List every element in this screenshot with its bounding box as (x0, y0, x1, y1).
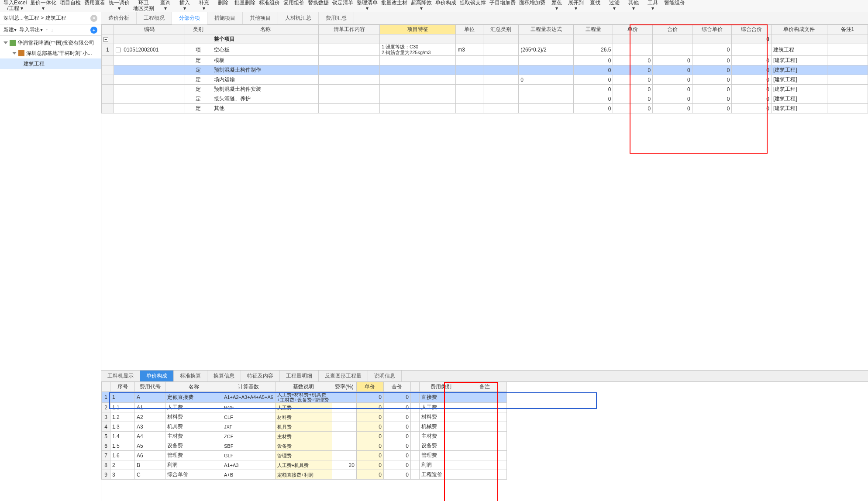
col-header[interactable]: 备注1 (827, 25, 868, 34)
tree-node-building[interactable]: 建筑工程 (0, 58, 101, 69)
toolbar-button[interactable]: 工具▾ (643, 0, 662, 11)
close-icon[interactable]: ✕ (90, 15, 97, 22)
col-header[interactable]: 类别 (185, 25, 212, 34)
bcol-header[interactable]: 基数说明 (275, 382, 332, 392)
toolbar-button[interactable]: 整理清单▾ (355, 0, 379, 11)
col-header[interactable]: 单价 (613, 25, 653, 34)
main-grid[interactable]: 编码类别名称清单工作内容项目特征单位汇总类别工程量表达式工程量单价合价综合单价综… (101, 24, 868, 113)
bottom-tab-6[interactable]: 反查图形工程量 (319, 371, 368, 381)
table-row[interactable]: 定其他00000[建筑工程] (102, 104, 868, 113)
cost-row[interactable]: 71.6A6管理费GLF管理费00管理费 (102, 451, 507, 460)
bottom-tab-7[interactable]: 说明信息 (368, 371, 402, 381)
table-row[interactable]: 定场内运输000000[建筑工程] (102, 75, 868, 85)
import-export-button[interactable]: 导入导出▾ (19, 26, 43, 34)
breadcrumb[interactable]: 深圳总...包工程 > 建筑工程 (3, 14, 66, 22)
cost-row[interactable]: 51.4A4主材费ZCF主材费00主材费 (102, 432, 507, 441)
bcol-header[interactable] (410, 382, 419, 392)
table-row[interactable]: 1− 010512002001项空心板1.强度等级：C302.钢筋含量为225k… (102, 44, 868, 56)
cost-row[interactable]: 31.2A2材料费CLF材料费00材料费 (102, 412, 507, 422)
tab-5[interactable]: 人材机汇总 (278, 12, 319, 24)
cost-row[interactable]: 61.5A5设备费SBF设备费00设备费 (102, 441, 507, 451)
col-header[interactable]: 合价 (653, 25, 692, 34)
col-header[interactable]: 综合单价 (692, 25, 732, 34)
cost-row[interactable]: 41.3A3机具费JXF机具费00机械费 (102, 422, 507, 432)
bcol-header[interactable]: 费用类别 (419, 382, 463, 392)
tree-node-base[interactable]: 深圳总部基地"干杯时刻"小... (0, 48, 101, 58)
toolbar-button[interactable]: 单价构成 (434, 0, 458, 11)
toolbar-button[interactable]: 项目自检 (58, 0, 83, 11)
cost-row[interactable]: 11A定额直接费A1+A2+A3+A4+A5+A6人工费+材料费+机具费+主材费… (102, 392, 507, 403)
tab-3[interactable]: 措施项目 (207, 12, 243, 24)
tab-0[interactable]: 造价分析 (101, 12, 137, 24)
bottom-tab-4[interactable]: 特征及内容 (241, 371, 280, 381)
toolbar-button[interactable]: 查找 (586, 0, 605, 11)
down-arrow-icon[interactable]: ↓ (51, 27, 53, 33)
tab-2[interactable]: 分部分项 (172, 12, 207, 24)
toolbar-button[interactable]: 统一调价▾ (107, 0, 131, 11)
toolbar-button[interactable]: 量价一体化▾ (28, 0, 58, 11)
bcol-header[interactable]: 费率(%) (332, 382, 356, 392)
col-header[interactable]: 项目特征 (379, 25, 455, 34)
toolbar-button[interactable]: 过滤▾ (605, 0, 624, 11)
tab-6[interactable]: 费用汇总 (319, 12, 354, 24)
toolbar-button[interactable]: 费用查看 (83, 0, 107, 11)
bcol-header[interactable]: 序号 (110, 382, 135, 392)
bcol-header[interactable]: 单价 (356, 382, 383, 392)
toolbar-button[interactable]: 补充▾ (194, 0, 214, 11)
bcol-header[interactable]: 名称 (165, 382, 222, 392)
col-header[interactable]: 单价构成文件 (772, 25, 827, 34)
toolbar-button[interactable]: 批量删除 (233, 0, 257, 11)
col-header[interactable]: 单位 (456, 25, 483, 34)
toolbar-button[interactable]: 环卫地区类别 (131, 0, 156, 11)
new-button[interactable]: 新建▾ (3, 26, 17, 34)
table-row[interactable]: 定模板00000[建筑工程] (102, 56, 868, 65)
bcol-header[interactable] (102, 382, 110, 392)
toolbar-button[interactable]: 智能组价 (662, 0, 687, 11)
bottom-tab-2[interactable]: 标准换算 (174, 371, 207, 381)
collapse-icon[interactable]: − (103, 37, 108, 42)
toolbar-button[interactable]: 批量改主材 (379, 0, 409, 11)
bottom-tab-5[interactable]: 工程量明细 (280, 371, 319, 381)
toolbar-button[interactable]: 展开到▾ (566, 0, 586, 11)
toolbar-button[interactable]: 提取钢支撑 (458, 0, 488, 11)
table-row[interactable]: 定预制混凝土构件安装00000[建筑工程] (102, 85, 868, 94)
toolbar-button[interactable]: 颜色▾ (547, 0, 566, 11)
bottom-tab-1[interactable]: 单价构成 (140, 371, 174, 381)
col-header[interactable]: 综合合价 (732, 25, 772, 34)
table-row[interactable]: 定接头灌缝、养护00000[建筑工程] (102, 94, 868, 104)
bottom-grid[interactable]: 序号费用代号名称计算基数基数说明费率(%)单价合价费用类别备注11A定额直接费A… (101, 382, 507, 480)
bcol-header[interactable]: 备注 (463, 382, 506, 392)
tab-1[interactable]: 工程概况 (137, 12, 172, 24)
toolbar-button[interactable]: 插入▾ (175, 0, 194, 11)
bottom-tab-0[interactable]: 工料机显示 (101, 371, 140, 381)
toolbar-button[interactable]: 导入Excel/工程 ▾ (2, 0, 28, 11)
add-icon[interactable]: + (90, 27, 97, 34)
toolbar-button[interactable]: 复用组价 (282, 0, 306, 11)
col-header[interactable]: 工程量 (573, 25, 613, 34)
bottom-tab-3[interactable]: 换算信息 (207, 371, 241, 381)
toolbar-button[interactable]: 超高降效▾ (409, 0, 434, 11)
col-header[interactable]: 汇总类别 (483, 25, 518, 34)
cost-row[interactable]: 21.1A1人工费RGF人工费00人工费 (102, 403, 507, 412)
toolbar-button[interactable]: 其他▾ (624, 0, 643, 11)
collapse-icon[interactable]: − (116, 48, 121, 52)
cost-row[interactable]: 93C综合单价A+B定额直接费+利润00工程造价 (102, 470, 507, 480)
tree-node-company[interactable]: 华润雪花啤酒(中国)投资有限公司 (0, 38, 101, 48)
bcol-header[interactable]: 合价 (383, 382, 410, 392)
toolbar-button[interactable]: 删除 (214, 0, 233, 11)
col-header[interactable]: 编码 (114, 25, 185, 34)
cost-row[interactable]: 82B利润A1+A3人工费+机具费2000利润 (102, 460, 507, 470)
bcol-header[interactable]: 计算基数 (222, 382, 276, 392)
col-header[interactable]: 工程量表达式 (519, 25, 574, 34)
toolbar-button[interactable]: 面积增加费 (517, 0, 547, 11)
toolbar-button[interactable]: 子目增加费 (488, 0, 517, 11)
toolbar-button[interactable]: 标准组价 (257, 0, 282, 11)
col-header[interactable]: 清单工作内容 (319, 25, 379, 34)
tab-4[interactable]: 其他项目 (243, 12, 278, 24)
table-row[interactable]: 定预制混凝土构件制作00000[建筑工程] (102, 65, 868, 75)
up-arrow-icon[interactable]: ↑ (45, 27, 48, 33)
col-header[interactable] (102, 25, 114, 34)
bcol-header[interactable]: 费用代号 (135, 382, 165, 392)
toolbar-button[interactable]: 查询▾ (156, 0, 175, 11)
col-header[interactable]: 名称 (212, 25, 319, 34)
